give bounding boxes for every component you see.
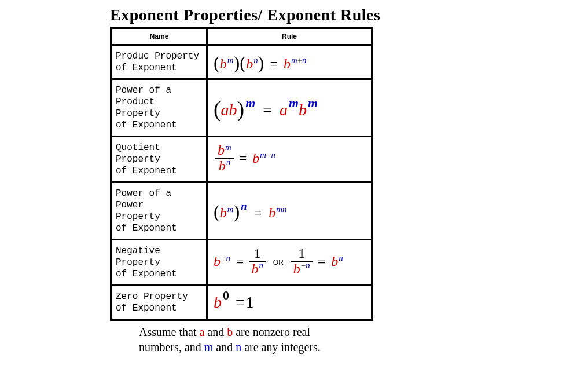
rule-formula-power-of-product: (ab)m = ambm [207, 79, 373, 137]
rule-formula-product: (bm)(bn) = bm+n [207, 45, 373, 79]
rule-name: Zero Propertyof Exponent [111, 286, 207, 320]
page-title: Exponent Properties/ Exponent Rules [110, 6, 588, 24]
table-row: Power of a PowerPropertyof Exponent (bm)… [111, 182, 372, 240]
assumption-note: Assume that a and b are nonzero real num… [139, 324, 382, 355]
table-row: Quotient Propertyof Exponent bm bn = bm−… [111, 137, 372, 182]
rule-name: Quotient Propertyof Exponent [111, 137, 207, 182]
table-row: Zero Propertyof Exponent b0 =1 [111, 286, 372, 320]
rule-name: Negative Propertyof Exponent [111, 240, 207, 286]
table-row: Produc Propertyof Exponent (bm)(bn) = bm… [111, 45, 372, 79]
rule-formula-negative: b−n = 1 bn OR 1 b−n = bn [207, 240, 373, 286]
rule-formula-zero: b0 =1 [207, 286, 373, 320]
rule-formula-power-of-power: (bm)n = bmn [207, 182, 373, 240]
rules-table: Name Rule Produc Propertyof Exponent (bm… [110, 27, 373, 321]
table-row: Negative Propertyof Exponent b−n = 1 bn … [111, 240, 372, 286]
col-header-rule: Rule [207, 28, 373, 45]
rule-name: Produc Propertyof Exponent [111, 45, 207, 79]
table-row: Power of a ProductPropertyof Exponent (a… [111, 79, 372, 137]
rule-name: Power of a PowerPropertyof Exponent [111, 182, 207, 240]
rule-formula-quotient: bm bn = bm−n [207, 137, 373, 182]
col-header-name: Name [111, 28, 207, 45]
rule-name: Power of a ProductPropertyof Exponent [111, 79, 207, 137]
